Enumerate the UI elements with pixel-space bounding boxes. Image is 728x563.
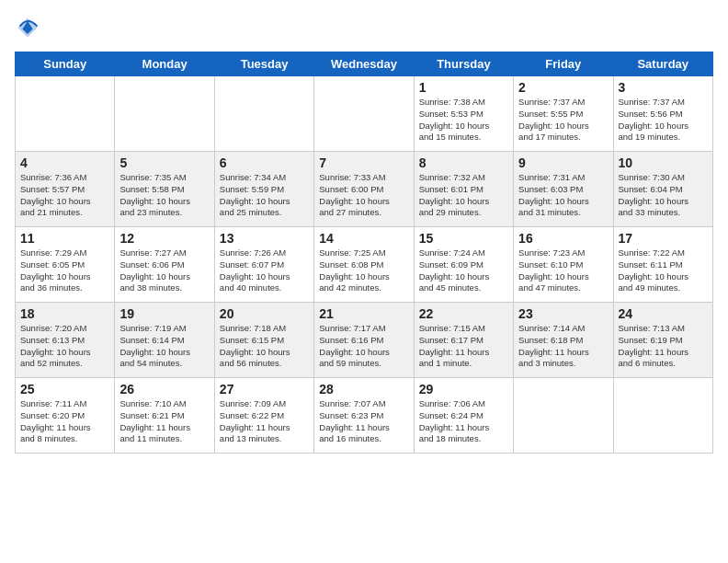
date-number: 23 <box>518 306 608 321</box>
cell-info: Sunrise: 7:06 AMSunset: 6:24 PMDaylight:… <box>419 398 508 445</box>
date-number: 5 <box>119 155 209 170</box>
calendar-table: SundayMondayTuesdayWednesdayThursdayFrid… <box>15 52 713 454</box>
date-number: 19 <box>119 306 209 321</box>
date-number: 3 <box>619 80 708 95</box>
calendar-cell: 26Sunrise: 7:10 AMSunset: 6:21 PMDayligh… <box>115 378 214 454</box>
date-number: 25 <box>20 382 109 396</box>
day-header-thursday: Thursday <box>414 52 513 76</box>
calendar-cell: 1Sunrise: 7:38 AMSunset: 5:53 PMDaylight… <box>414 76 513 152</box>
calendar-cell: 25Sunrise: 7:11 AMSunset: 6:20 PMDayligh… <box>16 378 115 454</box>
cell-info: Sunrise: 7:10 AMSunset: 6:21 PMDaylight:… <box>119 398 209 445</box>
cell-info: Sunrise: 7:36 AMSunset: 5:57 PMDaylight:… <box>20 172 109 219</box>
date-number: 27 <box>220 382 309 396</box>
calendar-cell: 17Sunrise: 7:22 AMSunset: 6:11 PMDayligh… <box>613 227 712 303</box>
date-number: 17 <box>619 231 708 246</box>
calendar-cell: 28Sunrise: 7:07 AMSunset: 6:23 PMDayligh… <box>314 378 414 454</box>
calendar-cell <box>16 76 115 152</box>
cell-info: Sunrise: 7:19 AMSunset: 6:14 PMDaylight:… <box>119 323 209 370</box>
calendar-cell: 16Sunrise: 7:23 AMSunset: 6:10 PMDayligh… <box>514 227 613 303</box>
cell-info: Sunrise: 7:09 AMSunset: 6:22 PMDaylight:… <box>220 398 309 445</box>
day-header-friday: Friday <box>514 52 613 76</box>
date-number: 14 <box>319 231 408 246</box>
day-header-saturday: Saturday <box>613 52 712 76</box>
cell-info: Sunrise: 7:18 AMSunset: 6:15 PMDaylight:… <box>220 323 309 370</box>
date-number: 15 <box>419 231 508 246</box>
calendar-cell: 23Sunrise: 7:14 AMSunset: 6:18 PMDayligh… <box>514 303 613 378</box>
week-row-3: 11Sunrise: 7:29 AMSunset: 6:05 PMDayligh… <box>16 227 713 303</box>
calendar-cell: 20Sunrise: 7:18 AMSunset: 6:15 PMDayligh… <box>214 303 313 378</box>
date-number: 18 <box>20 306 109 321</box>
cell-info: Sunrise: 7:37 AMSunset: 5:55 PMDaylight:… <box>518 97 608 144</box>
logo <box>15 15 44 40</box>
cell-info: Sunrise: 7:34 AMSunset: 5:59 PMDaylight:… <box>220 172 309 219</box>
calendar-cell: 21Sunrise: 7:17 AMSunset: 6:16 PMDayligh… <box>314 303 414 378</box>
page-header <box>15 15 713 40</box>
date-number: 16 <box>518 231 608 246</box>
calendar-cell: 18Sunrise: 7:20 AMSunset: 6:13 PMDayligh… <box>16 303 115 378</box>
date-number: 28 <box>319 382 408 396</box>
calendar-cell: 19Sunrise: 7:19 AMSunset: 6:14 PMDayligh… <box>115 303 214 378</box>
date-number: 8 <box>419 155 508 170</box>
calendar-cell: 11Sunrise: 7:29 AMSunset: 6:05 PMDayligh… <box>16 227 115 303</box>
day-header-monday: Monday <box>115 52 214 76</box>
date-number: 11 <box>20 231 109 246</box>
cell-info: Sunrise: 7:38 AMSunset: 5:53 PMDaylight:… <box>419 97 508 144</box>
calendar-cell: 10Sunrise: 7:30 AMSunset: 6:04 PMDayligh… <box>613 152 712 227</box>
week-row-1: 1Sunrise: 7:38 AMSunset: 5:53 PMDaylight… <box>16 76 713 152</box>
cell-info: Sunrise: 7:14 AMSunset: 6:18 PMDaylight:… <box>518 323 608 370</box>
cell-info: Sunrise: 7:32 AMSunset: 6:01 PMDaylight:… <box>419 172 508 219</box>
calendar-cell: 4Sunrise: 7:36 AMSunset: 5:57 PMDaylight… <box>16 152 115 227</box>
calendar-cell <box>214 76 313 152</box>
cell-info: Sunrise: 7:25 AMSunset: 6:08 PMDaylight:… <box>319 247 408 294</box>
date-number: 26 <box>119 382 209 396</box>
cell-info: Sunrise: 7:11 AMSunset: 6:20 PMDaylight:… <box>20 398 109 445</box>
calendar-cell <box>314 76 414 152</box>
calendar-cell: 7Sunrise: 7:33 AMSunset: 6:00 PMDaylight… <box>314 152 414 227</box>
cell-info: Sunrise: 7:37 AMSunset: 5:56 PMDaylight:… <box>619 97 708 144</box>
calendar-cell: 5Sunrise: 7:35 AMSunset: 5:58 PMDaylight… <box>115 152 214 227</box>
date-number: 10 <box>619 155 708 170</box>
cell-info: Sunrise: 7:33 AMSunset: 6:00 PMDaylight:… <box>319 172 408 219</box>
cell-info: Sunrise: 7:17 AMSunset: 6:16 PMDaylight:… <box>319 323 408 370</box>
date-number: 13 <box>220 231 309 246</box>
cell-info: Sunrise: 7:27 AMSunset: 6:06 PMDaylight:… <box>119 247 209 294</box>
date-number: 29 <box>419 382 508 396</box>
date-number: 21 <box>319 306 408 321</box>
calendar-cell: 13Sunrise: 7:26 AMSunset: 6:07 PMDayligh… <box>214 227 313 303</box>
date-number: 24 <box>619 306 708 321</box>
date-number: 20 <box>220 306 309 321</box>
calendar-cell: 6Sunrise: 7:34 AMSunset: 5:59 PMDaylight… <box>214 152 313 227</box>
calendar-cell: 2Sunrise: 7:37 AMSunset: 5:55 PMDaylight… <box>514 76 613 152</box>
logo-icon <box>15 15 40 40</box>
calendar-cell: 29Sunrise: 7:06 AMSunset: 6:24 PMDayligh… <box>414 378 513 454</box>
cell-info: Sunrise: 7:30 AMSunset: 6:04 PMDaylight:… <box>619 172 708 219</box>
cell-info: Sunrise: 7:31 AMSunset: 6:03 PMDaylight:… <box>518 172 608 219</box>
date-number: 12 <box>119 231 209 246</box>
date-number: 9 <box>518 155 608 170</box>
date-number: 22 <box>419 306 508 321</box>
date-number: 4 <box>20 155 109 170</box>
calendar-cell: 22Sunrise: 7:15 AMSunset: 6:17 PMDayligh… <box>414 303 513 378</box>
calendar-cell: 3Sunrise: 7:37 AMSunset: 5:56 PMDaylight… <box>613 76 712 152</box>
calendar-cell: 24Sunrise: 7:13 AMSunset: 6:19 PMDayligh… <box>613 303 712 378</box>
cell-info: Sunrise: 7:29 AMSunset: 6:05 PMDaylight:… <box>20 247 109 294</box>
date-number: 1 <box>419 80 508 95</box>
cell-info: Sunrise: 7:35 AMSunset: 5:58 PMDaylight:… <box>119 172 209 219</box>
calendar-cell: 15Sunrise: 7:24 AMSunset: 6:09 PMDayligh… <box>414 227 513 303</box>
cell-info: Sunrise: 7:07 AMSunset: 6:23 PMDaylight:… <box>319 398 408 445</box>
calendar-cell: 14Sunrise: 7:25 AMSunset: 6:08 PMDayligh… <box>314 227 414 303</box>
week-row-4: 18Sunrise: 7:20 AMSunset: 6:13 PMDayligh… <box>16 303 713 378</box>
calendar-cell: 27Sunrise: 7:09 AMSunset: 6:22 PMDayligh… <box>214 378 313 454</box>
cell-info: Sunrise: 7:15 AMSunset: 6:17 PMDaylight:… <box>419 323 508 370</box>
calendar-cell <box>514 378 613 454</box>
day-header-sunday: Sunday <box>16 52 115 76</box>
date-number: 6 <box>220 155 309 170</box>
cell-info: Sunrise: 7:26 AMSunset: 6:07 PMDaylight:… <box>220 247 309 294</box>
calendar-cell: 9Sunrise: 7:31 AMSunset: 6:03 PMDaylight… <box>514 152 613 227</box>
calendar-cell: 8Sunrise: 7:32 AMSunset: 6:01 PMDaylight… <box>414 152 513 227</box>
week-row-2: 4Sunrise: 7:36 AMSunset: 5:57 PMDaylight… <box>16 152 713 227</box>
cell-info: Sunrise: 7:22 AMSunset: 6:11 PMDaylight:… <box>619 247 708 294</box>
cell-info: Sunrise: 7:20 AMSunset: 6:13 PMDaylight:… <box>20 323 109 370</box>
calendar-cell <box>115 76 214 152</box>
date-number: 7 <box>319 155 408 170</box>
